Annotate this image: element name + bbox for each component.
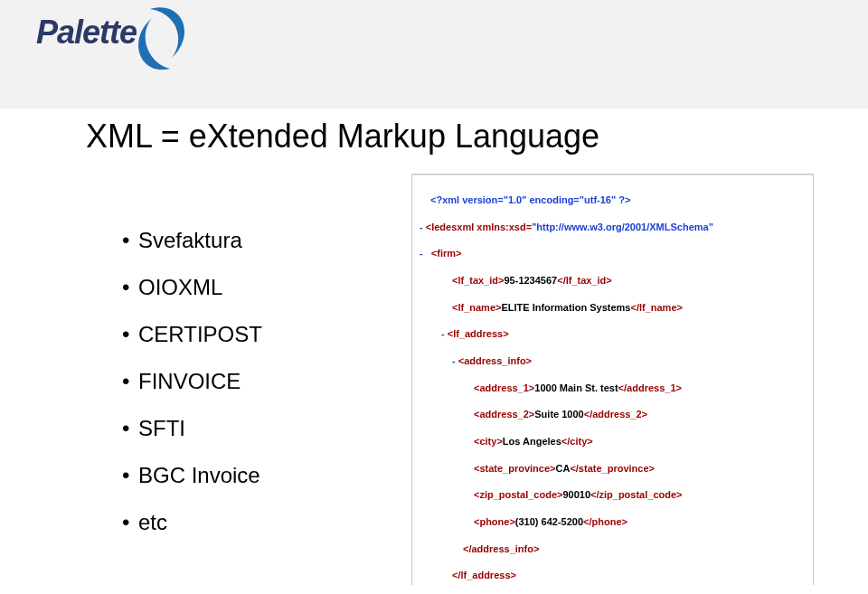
list-item: CERTIPOST	[122, 324, 262, 345]
list-item: Svefaktura	[122, 230, 262, 251]
list-item: FINVOICE	[122, 371, 262, 392]
list-item: BGC Invoice	[122, 465, 262, 486]
logo-text: Palette	[36, 14, 137, 51]
slide-title: XML = eXtended Markup Language	[86, 118, 599, 156]
list-item: OIOXML	[122, 277, 262, 298]
xml-code-sample: <?xml version="1.0" encoding="utf-16" ?>…	[411, 174, 814, 585]
palette-logo: Palette	[36, 16, 137, 49]
bullet-list: Svefaktura OIOXML CERTIPOST FINVOICE SFT…	[86, 230, 262, 559]
list-item: SFTI	[122, 418, 262, 439]
logo-swoosh-icon	[132, 4, 195, 76]
list-item: etc	[122, 512, 262, 533]
